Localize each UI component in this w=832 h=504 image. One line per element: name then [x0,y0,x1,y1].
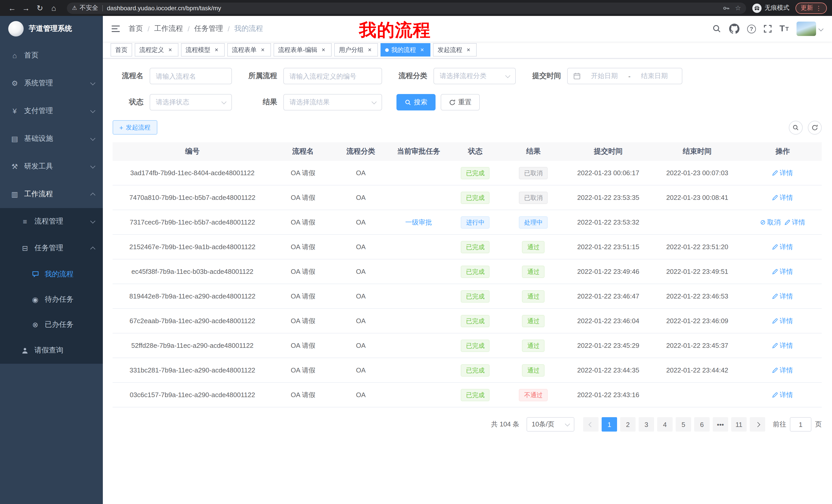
security-warning-icon[interactable]: ⚠ [72,5,77,11]
sidebar-item-home[interactable]: ⌂ 首页 [0,41,103,69]
sidebar-item-done-task[interactable]: ⊗ 已办任务 [0,312,103,337]
navbar-actions: ? TT [712,22,823,36]
tab[interactable]: 流程模型 × [181,43,225,57]
result-select[interactable]: 请选择流结果 [283,94,382,110]
url-text[interactable]: dashboard.yudao.iocoder.cn/bpm/task/my [107,4,221,11]
create-process-button[interactable]: + 发起流程 [113,120,157,135]
refresh-button[interactable] [808,120,822,134]
detail-link[interactable]: 详情 [785,218,805,227]
tab[interactable]: 流程定义 × [135,43,178,57]
reset-button[interactable]: 重置 [441,94,480,110]
reload-button[interactable]: ↻ [33,1,47,15]
prev-page-button[interactable] [583,417,599,431]
search-icon[interactable] [712,24,722,33]
forward-button[interactable]: → [19,1,33,15]
breadcrumb-item[interactable]: 任务管理 [194,24,223,33]
tab-close-icon[interactable]: × [213,46,220,53]
cell-category: OA [334,391,388,399]
cell-end-time: 2022-01-22 23:46:53 [651,292,744,300]
tab-close-icon[interactable]: × [320,46,327,53]
tab-close-icon[interactable]: × [419,46,426,53]
password-key-icon[interactable] [723,4,730,11]
sidebar-item-devtools[interactable]: ⚒ 研发工具 [0,152,103,180]
detail-link[interactable]: 详情 [772,366,793,375]
cancel-link[interactable]: ⊘ 取消 [760,218,781,227]
app-logo[interactable]: 芋道管理系统 [0,16,103,41]
user-avatar[interactable] [797,22,823,36]
tab-close-icon[interactable]: × [259,46,266,53]
category-select[interactable]: 请选择流程分类 [434,68,516,84]
sidebar: 芋道管理系统 ⌂ 首页 ⚙ 系统管理 ¥ 支付管理 ▤ [0,16,103,504]
page-size-select[interactable]: 10条/页 [526,417,574,431]
cell-id: 819442e8-7b9a-11ec-a290-acde48001122 [113,292,272,300]
next-page-button[interactable] [750,417,765,431]
detail-link[interactable]: 详情 [772,390,793,399]
sidebar-item-infrastructure[interactable]: ▤ 基础设施 [0,125,103,152]
back-button[interactable]: ← [5,1,19,15]
tab-close-icon[interactable]: × [465,46,472,53]
page-button[interactable]: 5 [676,417,691,431]
owner-process-input[interactable] [283,68,382,84]
breadcrumb-item[interactable]: 工作流程 [154,24,183,33]
sidebar-item-leave-query[interactable]: 请假查询 [0,337,103,364]
sidebar-item-my-process[interactable]: 我的流程 [0,261,103,287]
tab-close-icon[interactable]: × [166,46,174,53]
page-jump-input[interactable] [790,417,811,431]
detail-link[interactable]: 详情 [772,341,793,350]
sidebar-item-process-management[interactable]: ≡ 流程管理 [0,208,103,235]
address-bar[interactable]: ⚠ 不安全 dashboard.yudao.iocoder.cn/bpm/tas… [67,2,746,13]
github-icon[interactable] [729,24,739,34]
help-icon[interactable]: ? [747,24,756,33]
detail-link[interactable]: 详情 [772,242,793,251]
table-toolbar: + 发起流程 [113,120,822,135]
search-button[interactable]: 搜索 [396,94,436,110]
workflow-icon: ▥ [10,190,19,198]
status-select[interactable]: 请选择状态 [150,94,232,110]
sidebar-item-system[interactable]: ⚙ 系统管理 [0,69,103,97]
cell-submit-time: 2022-01-22 23:51:15 [566,243,651,251]
owner-process-label: 所属流程 [246,72,277,81]
sidebar-item-workflow[interactable]: ▥ 工作流程 [0,180,103,208]
tab[interactable]: 我的流程 × [381,43,431,57]
page-button[interactable]: 11 [731,417,747,431]
sidebar-item-task-management[interactable]: ⊟ 任务管理 [0,235,103,261]
search-toggle-button[interactable] [789,120,803,134]
detail-link[interactable]: 详情 [772,316,793,326]
tab-label: 流程定义 [139,46,164,54]
page-button[interactable]: 4 [657,417,673,431]
home-button[interactable]: ⌂ [47,1,61,15]
page-button[interactable]: 3 [639,417,654,431]
fullscreen-icon[interactable] [763,25,772,33]
tab[interactable]: 流程表单-编辑 × [274,43,332,57]
page-button[interactable]: 1 [602,417,617,431]
process-name-input[interactable] [150,68,232,84]
cell-process-name: OA 请假 [272,242,334,251]
bookmark-star-icon[interactable]: ☆ [735,4,741,12]
breadcrumb-item[interactable]: 首页 [129,24,143,33]
result-tag: 已取消 [519,191,548,204]
cell-id: 331bc281-7b9a-11ec-a290-acde48001122 [113,366,272,374]
cell-id: 7470a810-7b9b-11ec-b5b7-acde48001122 [113,194,272,201]
cell-category: OA [334,194,388,201]
update-button[interactable]: 更新 ⋮ [796,2,827,13]
status-tag: 已完成 [461,290,490,302]
detail-link[interactable]: 详情 [772,267,793,276]
tab[interactable]: 首页 × [110,43,132,57]
font-size-icon[interactable]: TT [780,24,789,34]
tab-close-icon[interactable]: × [366,46,373,53]
detail-link[interactable]: 详情 [772,291,793,301]
tab[interactable]: 流程表单 × [227,43,271,57]
sidebar-item-payment[interactable]: ¥ 支付管理 [0,97,103,125]
tab[interactable]: 发起流程 × [433,43,477,57]
detail-link[interactable]: 详情 [772,168,793,177]
page-button[interactable]: 2 [620,417,635,431]
submit-time-range-picker[interactable]: 开始日期 - 结束日期 [567,68,682,84]
detail-link[interactable]: 详情 [772,193,793,202]
page-button[interactable]: ••• [713,417,728,431]
page-button[interactable]: 6 [694,417,710,431]
sidebar-item-todo-task[interactable]: ◉ 待办任务 [0,287,103,312]
current-task-link[interactable]: 一级审批 [405,218,432,227]
tab[interactable]: 用户分组 × [334,43,378,57]
hamburger-icon[interactable] [103,16,129,41]
browser-menu-dots-icon[interactable]: ⋮ [815,4,822,11]
